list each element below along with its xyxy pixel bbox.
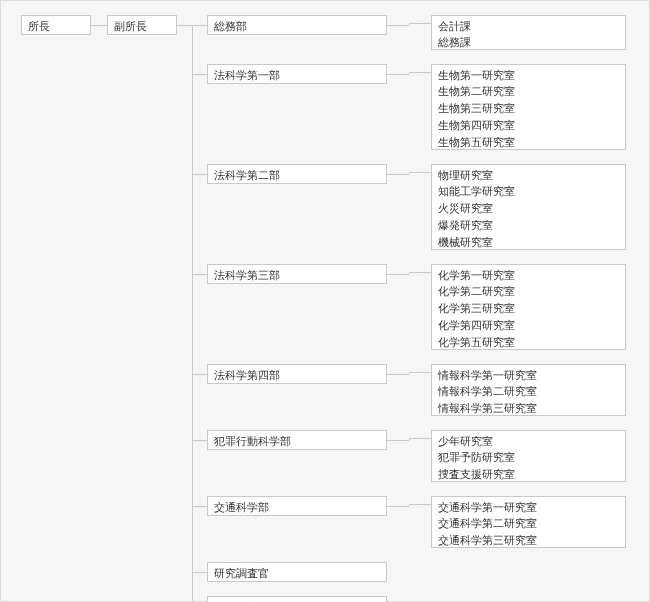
sub-box: 交通科学第二研究室 [431,513,626,531]
sub-box: 化学第三研究室 [431,298,626,316]
dept-box: 法科学第三部 [207,264,387,284]
sub-box: 交通科学第三研究室 [431,530,626,548]
dept-box: 交通科学部 [207,496,387,516]
dept-box: 法科学第一部 [207,64,387,84]
sub-box: 知能工学研究室 [431,181,626,199]
sub-box: 情報科学第一研究室 [431,364,626,382]
deputy-director-box: 副所長 [107,15,177,35]
sub-box: 生物第五研究室 [431,132,626,150]
dept-box: 法科学第二部 [207,164,387,184]
sub-box: 会計課 [431,15,626,33]
sub-box: 犯罪予防研究室 [431,447,626,465]
sub-box: 化学第五研究室 [431,332,626,350]
sub-box: 機械研究室 [431,232,626,250]
sub-box: 少年研究室 [431,430,626,448]
sub-box: 物理研究室 [431,164,626,182]
sub-box: 火災研究室 [431,198,626,216]
sub-box: 交通科学第一研究室 [431,496,626,514]
sub-box: 情報科学第三研究室 [431,398,626,416]
dept-box: 研究調査官 [207,562,387,582]
sub-box: 生物第二研究室 [431,81,626,99]
sub-box: 化学第四研究室 [431,315,626,333]
dept-box: 附属鑑定所 [207,596,387,602]
dept-box: 犯罪行動科学部 [207,430,387,450]
sub-box: 生物第三研究室 [431,98,626,116]
sub-box: 化学第一研究室 [431,264,626,282]
sub-box: 爆発研究室 [431,215,626,233]
sub-box: 情報科学第二研究室 [431,381,626,399]
sub-box: 捜査支援研究室 [431,464,626,482]
org-chart: 所長副所長総務部会計課総務課法科学第一部生物第一研究室生物第二研究室生物第三研究… [0,0,650,602]
dept-box: 総務部 [207,15,387,35]
dept-box: 法科学第四部 [207,364,387,384]
director-box: 所長 [21,15,91,35]
sub-box: 化学第二研究室 [431,281,626,299]
sub-box: 生物第四研究室 [431,115,626,133]
sub-box: 総務課 [431,32,626,50]
sub-box: 生物第一研究室 [431,64,626,82]
